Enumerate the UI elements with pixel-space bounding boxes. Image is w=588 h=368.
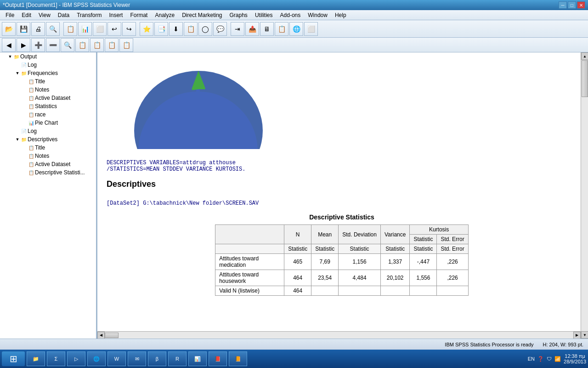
taskbar-r[interactable]: R [168,351,187,366]
print-button[interactable]: 🖨 [31,22,45,36]
expand-button[interactable]: ➕ [31,38,45,52]
menu-view[interactable]: View [35,11,54,19]
goto-button[interactable]: ⬜ [93,22,107,36]
menu-edit[interactable]: Edit [18,11,35,19]
syntax-line1: DESCRIPTIVES VARIABLES=attdrug atthouse [107,160,577,166]
menu-analyze[interactable]: Analyze [151,11,178,19]
circle-button[interactable]: ◯ [198,22,212,36]
fit-button[interactable]: 📋 [90,38,104,52]
scroll-left-btn[interactable]: ◀ [97,332,105,339]
minimize-button[interactable]: ─ [559,1,567,9]
undo-button[interactable]: ↩ [107,22,121,36]
tree-item-log1[interactable]: 📄 Log [0,61,96,69]
tree-item-race[interactable]: 📋 race [0,110,96,119]
scroll-up-btn[interactable]: ▲ [581,52,588,60]
scroll-down-btn[interactable]: ▼ [581,331,588,339]
tree-item-frequencies[interactable]: ▼ 📁 Frequencies [0,69,96,77]
taskbar-app2[interactable]: ▷ [67,351,85,366]
tree-item-log2[interactable]: 📄 Log [0,127,96,135]
menu-graphs[interactable]: Graphs [226,11,251,19]
menu-direct-marketing[interactable]: Direct Marketing [178,11,226,19]
promote-button[interactable]: ⇥ [231,22,244,36]
desc-folder-icon: 📁 [20,136,28,143]
save-button[interactable]: 💾 [17,22,30,36]
taskbar-security-icon: 🛡 [547,356,552,362]
race-icon: 📋 [28,111,35,118]
row1-mean: 7,69 [311,254,339,270]
page-button[interactable]: 📋 [75,38,89,52]
vertical-scrollbar[interactable]: ▲ ▼ [581,52,588,339]
log2-icon: 📄 [20,127,28,135]
tree-item-active-dataset2[interactable]: 📋 Active Dataset [0,160,96,168]
title1-label: Title [35,78,45,85]
log1-icon: 📄 [20,61,28,69]
tree-item-descriptives[interactable]: ▼ 📁 Descriptives [0,135,96,144]
tree-item-desc-stats[interactable]: 📋 Descriptive Statisti... [0,168,96,177]
scroll-thumb[interactable] [582,60,588,97]
tree-item-active-dataset1[interactable]: 📋 Active Dataset [0,94,96,102]
taskbar-date: 28/9/2013 [564,359,586,364]
menu-utilities[interactable]: Utilities [251,11,277,19]
syntax-block: DESCRIPTIVES VARIABLES=attdrug atthouse … [107,160,577,172]
zoom2-button[interactable]: 📋 [105,38,119,52]
taskbar-chrome[interactable]: 🌐 [87,351,106,366]
menu-help[interactable]: Help [331,11,350,19]
web-button[interactable]: 🌐 [289,22,303,36]
subrow-var-stat: Statistic [380,244,409,254]
row3-var [380,286,409,296]
taskbar-ppt[interactable]: 📙 [229,351,247,366]
export2-button[interactable]: 📤 [245,22,259,36]
taskbar-word[interactable]: W [107,351,126,366]
tree-item-title1[interactable]: 📋 Title [0,77,96,86]
menu-data[interactable]: Data [54,11,73,19]
tree-item-output[interactable]: ▼ 📁 Output [0,52,96,61]
content-area[interactable]: ▲ ▼ [97,52,588,339]
menu-format[interactable]: Format [126,11,151,19]
close-button[interactable]: ✕ [577,1,585,9]
taskbar-file-manager[interactable]: 📁 [27,351,45,366]
taskbar-pdf[interactable]: 📕 [209,351,227,366]
taskbar-mail[interactable]: ✉ [128,351,146,366]
forward-button[interactable]: ▶ [17,38,30,52]
menu-transform[interactable]: Transform [73,11,105,19]
redo-button[interactable]: ↪ [122,22,136,36]
pie-label: Pie Chart [35,120,58,126]
taskbar-help-icon[interactable]: ❓ [537,356,544,362]
tree-item-statistics[interactable]: 📋 Statistics [0,102,96,110]
menu-insert[interactable]: Insert [105,11,126,19]
horizontal-scrollbar[interactable]: ◀ ▶ [97,331,581,339]
taskbar-app1[interactable]: Σ [47,351,65,366]
copy-button[interactable]: 📋 [184,22,198,36]
clipboard-button[interactable]: 📋 [275,22,288,36]
zoom-button[interactable]: 🔍 [61,38,74,52]
tree-item-notes2[interactable]: 📋 Notes [0,152,96,160]
tree-item-pie-chart[interactable]: 📊 Pie Chart [0,119,96,127]
tree-item-title2[interactable]: 📋 Title [0,144,96,152]
start-button[interactable]: ⊞ [2,351,25,366]
bookmark-button[interactable]: ⭐ [140,22,153,36]
stats-spacer [22,104,28,109]
blank-button[interactable]: ⬜ [304,22,318,36]
menu-addons[interactable]: Add-ons [277,11,305,19]
insert-syntax-button[interactable]: ⬇ [169,22,183,36]
title-bar: *Output1 [Document1] - IBM SPSS Statisti… [0,0,588,10]
h-scroll-thumb[interactable] [105,333,119,338]
scroll-right-btn[interactable]: ▶ [573,332,581,339]
row2-n: 464 [284,270,311,286]
insert-output-button[interactable]: 📑 [154,22,168,36]
chart-button[interactable]: 📊 [78,22,92,36]
desktop-button[interactable]: 🖥 [260,22,274,36]
open-button[interactable]: 📂 [2,22,16,36]
menu-window[interactable]: Window [304,11,331,19]
find-button[interactable]: 🔍 [46,22,60,36]
zoom3-button[interactable]: 📋 [119,38,133,52]
menu-file[interactable]: File [2,11,18,19]
export-button[interactable]: 📋 [63,22,77,36]
back-button[interactable]: ◀ [2,38,16,52]
taskbar-app3[interactable]: β [148,351,166,366]
taskbar-spss[interactable]: 📊 [188,351,207,366]
collapse-button[interactable]: ➖ [46,38,60,52]
tree-item-notes1[interactable]: 📋 Notes [0,86,96,94]
speech-button[interactable]: 💬 [213,22,227,36]
maximize-button[interactable]: □ [568,1,576,9]
